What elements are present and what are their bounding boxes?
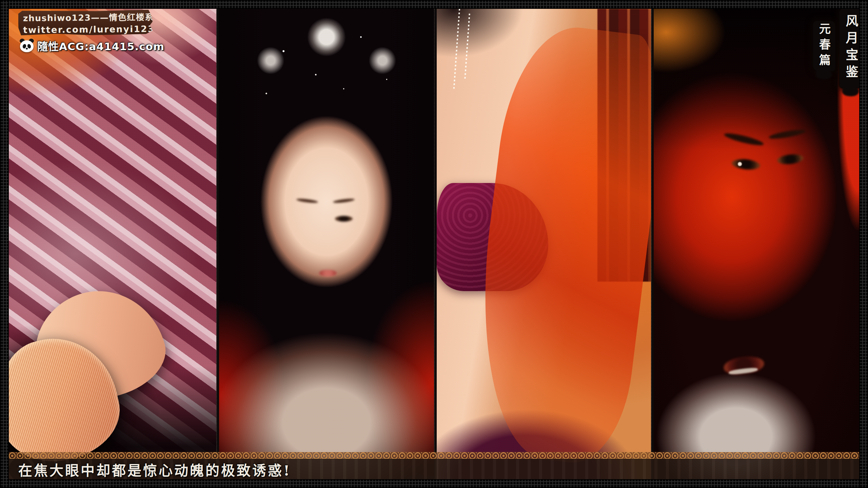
- panel-bride-portrait: [219, 9, 434, 479]
- watermark-series-title: zhushiwo123——情色红楼系列: [23, 10, 148, 23]
- elder-brow-right: [769, 128, 806, 140]
- site-credit-row: 隨性ACG:a41415.com: [19, 38, 164, 53]
- watermark-plate: zhushiwo123——情色红楼系列 twitter.com/lurenyi1…: [18, 9, 153, 36]
- caption-bar: 在焦大眼中却都是惊心动魄的极致诱惑!: [9, 459, 859, 479]
- panel-elder-face: [654, 9, 859, 479]
- chapter-banner: 元春篇: [813, 21, 835, 71]
- panel-red-veil-figure: [437, 9, 651, 479]
- series-title-banner-text: 风月宝鉴: [842, 14, 860, 82]
- watermark-twitter-handle: twitter.com/lurenyi1234567.: [23, 22, 148, 35]
- page-content: zhushiwo123——情色红楼系列 twitter.com/lurenyi1…: [9, 9, 859, 479]
- pearl-strand: [465, 14, 471, 79]
- portrait-lips: [319, 270, 337, 277]
- meander-border-left: [0, 0, 9, 488]
- meander-border-top: [0, 0, 868, 9]
- elder-eye-left: [731, 158, 761, 171]
- portrait-eye-left: [300, 216, 317, 222]
- meander-border-bottom: [0, 479, 868, 488]
- panel-silk-slipper: [9, 9, 216, 479]
- elder-brow-left: [723, 131, 764, 147]
- site-url-label: 隨性ACG:a41415.com: [37, 38, 164, 53]
- panel-divider: [434, 9, 437, 479]
- portrait-brow-right: [333, 198, 355, 204]
- scroll-ornament-strip: [9, 452, 859, 459]
- comic-page: zhushiwo123——情色红楼系列 twitter.com/lurenyi1…: [0, 0, 868, 488]
- chapter-banner-text: 元春篇: [816, 23, 833, 69]
- meander-border-right: [859, 0, 868, 488]
- portrait-eye-right: [335, 216, 353, 222]
- panda-icon: [19, 39, 35, 53]
- caption-text: 在焦大眼中却都是惊心动魄的极致诱惑!: [18, 459, 291, 480]
- panel-divider: [651, 9, 654, 479]
- panel-divider: [216, 9, 219, 479]
- portrait-brow-left: [296, 198, 318, 204]
- red-veil-shape: [462, 20, 651, 468]
- elder-eye-right: [776, 153, 804, 165]
- pearl-strand: [453, 9, 460, 89]
- panel-row: [9, 9, 859, 479]
